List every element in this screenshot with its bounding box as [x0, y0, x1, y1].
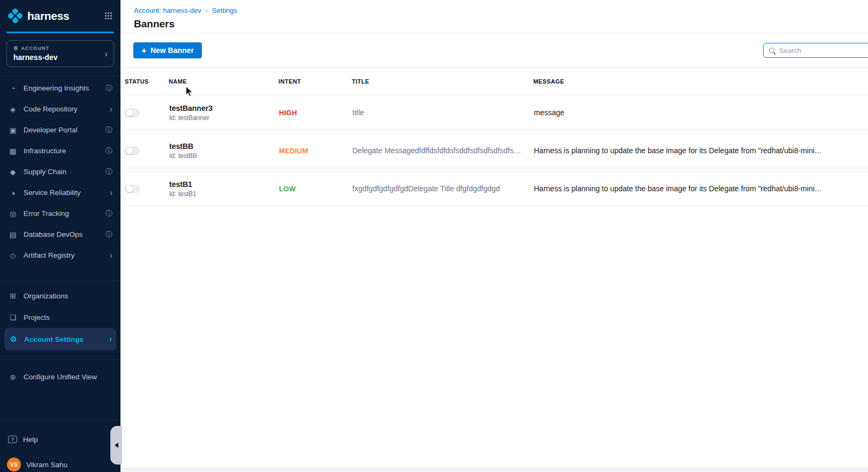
chevron-right-icon: › [110, 251, 112, 260]
banner-name: testBB [169, 142, 279, 151]
breadcrumb: Account: harness-dev › Settings [134, 6, 855, 14]
main-content: Account: harness-dev › Settings Banners … [120, 0, 868, 472]
sidebar-item-label: Organizations [24, 292, 68, 300]
banner-name: testBanner3 [169, 104, 279, 113]
table-row[interactable]: testBB Id: testBB MEDIUM Delegate Messag… [125, 133, 868, 168]
app-launcher-icon[interactable] [105, 12, 112, 20]
sidebar-item-supply-chain[interactable]: ◆ Supply Chain ⓘ › [0, 161, 120, 182]
organizations-icon: ⊞ [8, 291, 18, 300]
sidebar-item-label: Infrastructure [24, 147, 66, 155]
name-cell: testB1 Id: testB1 [169, 180, 279, 198]
sidebar-item-service-reliability[interactable]: ◑ Service Reliability ⓘ › [0, 182, 120, 203]
banner-title: fxgdfgdfgdfgdfgdDelegate Title dfgfdgdfg… [352, 184, 534, 193]
sidebar-item-database-devops[interactable]: ▤ Database DevOps ⓘ › [0, 224, 120, 245]
page-title: Banners [134, 18, 855, 30]
banner-id: Id: testBB [169, 152, 279, 160]
supply-chain-icon: ◆ [8, 168, 18, 176]
help-label: Help [23, 436, 38, 444]
sidebar-item-configure-unified-view[interactable]: ⊛ Configure Unified View ⓘ › [0, 366, 120, 387]
column-header: NAME [169, 78, 278, 85]
chevron-right-icon: › [104, 49, 108, 58]
account-label: ACCOUNT [21, 46, 49, 51]
account-selector[interactable]: ≣ ACCOUNT harness-dev › [6, 40, 114, 67]
user-name: Vikram Sahu [26, 461, 67, 469]
sidebar-item-error-tracking[interactable]: ◎ Error Tracking ⓘ › [0, 203, 120, 224]
sidebar-item-organizations[interactable]: ⊞ Organizations ⓘ › [0, 285, 120, 306]
intent-badge: MEDIUM [279, 147, 352, 155]
search-box [763, 43, 868, 58]
info-icon[interactable]: ⓘ [105, 146, 112, 156]
info-icon[interactable]: ⓘ [105, 84, 112, 93]
search-input[interactable] [779, 47, 868, 55]
secondary-nav: ⊞ Organizations ⓘ › ❏ Projects ⓘ › ⚙ Acc… [0, 281, 120, 350]
table-row[interactable]: testBanner3 Id: testBanner HIGH title me… [125, 95, 868, 130]
sidebar-item-label: Configure Unified View [24, 373, 97, 381]
breadcrumb-chevron-icon: › [206, 6, 208, 14]
banner-message: message [534, 108, 868, 117]
user-menu[interactable]: VS Vikram Sahu [0, 458, 120, 471]
service-reliability-icon: ◑ [8, 189, 18, 197]
code-repository-icon: ◈ [8, 105, 18, 114]
layers-icon: ≣ [13, 45, 18, 51]
info-icon[interactable]: ⓘ [105, 167, 112, 177]
banner-status-toggle[interactable] [125, 147, 139, 155]
sidebar-item-label: Supply Chain [24, 168, 66, 176]
sidebar: harness ≣ ACCOUNT harness-dev › ◔ Engine… [0, 0, 120, 472]
sidebar-item-label: Code Repository [24, 105, 78, 113]
sidebar-collapse-handle[interactable] [110, 426, 122, 464]
page-header: Account: harness-dev › Settings Banners [120, 0, 868, 33]
sidebar-item-infrastructure[interactable]: ▦ Infrastructure ⓘ › [0, 140, 120, 161]
banner-title: title [352, 108, 534, 117]
table-row[interactable]: testB1 Id: testB1 LOW fxgdfgdfgdfgdfgdDe… [125, 171, 868, 206]
banner-message: Harness is planning to update the base i… [534, 184, 868, 193]
sidebar-item-engineering-insights[interactable]: ◔ Engineering Insights ⓘ › [0, 78, 120, 99]
sidebar-item-account-settings[interactable]: ⚙ Account Settings ⓘ › [4, 328, 116, 350]
sidebar-item-label: Developer Portal [24, 126, 78, 134]
account-name: harness-dev [13, 53, 107, 62]
banner-name: testB1 [169, 180, 279, 189]
sidebar-item-projects[interactable]: ❏ Projects ⓘ › [0, 306, 120, 328]
sidebar-item-code-repository[interactable]: ◈ Code Repository ⓘ › [0, 99, 120, 119]
chevron-right-icon: › [109, 335, 112, 343]
banner-title: Delegate Messagedfdffdsfdfdsfsddfsdfsdfs… [352, 146, 534, 155]
sidebar-item-help[interactable]: ? Help [0, 429, 120, 450]
intent-badge: HIGH [279, 109, 352, 117]
sidebar-item-label: Engineering Insights [24, 84, 89, 92]
configure-unified-view-icon: ⊛ [8, 373, 18, 381]
banner-status-toggle[interactable] [125, 109, 139, 117]
name-cell: testBanner3 Id: testBanner [169, 104, 279, 122]
banner-status-toggle[interactable] [125, 185, 139, 193]
sidebar-item-developer-portal[interactable]: ▣ Developer Portal ⓘ › [0, 119, 120, 140]
search-icon [769, 48, 774, 53]
breadcrumb-account-link[interactable]: Account: harness-dev [134, 6, 201, 14]
toolbar: + New Banner [120, 33, 868, 68]
collapse-left-icon [115, 443, 118, 448]
status-cell [125, 147, 169, 155]
column-header: MESSAGE [533, 78, 868, 85]
table-header-row: STATUS NAME INTENT TITLE MESSAGE [125, 68, 868, 95]
harness-logo-icon [8, 9, 22, 23]
info-icon[interactable]: ⓘ [105, 230, 112, 239]
info-icon[interactable]: ⓘ [105, 125, 112, 135]
primary-nav: ◔ Engineering Insights ⓘ › ◈ Code Reposi… [0, 76, 120, 266]
plus-icon: + [141, 46, 147, 55]
account-settings-icon: ⚙ [9, 335, 18, 343]
sidebar-item-label: Database DevOps [24, 230, 82, 238]
banners-table: STATUS NAME INTENT TITLE MESSAGE testBan… [120, 68, 868, 206]
sidebar-item-label: Error Tracking [24, 209, 69, 218]
info-icon[interactable]: ⓘ [105, 209, 112, 219]
sidebar-item-artifact-registry[interactable]: ◇ Artifact Registry ⓘ › [0, 245, 120, 266]
status-cell [125, 109, 169, 117]
new-banner-button[interactable]: + New Banner [133, 42, 202, 58]
header-accent-divider [6, 32, 114, 33]
column-header: INTENT [278, 78, 352, 85]
tertiary-nav: ⊛ Configure Unified View ⓘ › [0, 359, 120, 387]
name-cell: testBB Id: testBB [169, 142, 279, 160]
artifact-registry-icon: ◇ [8, 251, 18, 260]
help-icon: ? [8, 436, 17, 443]
status-cell [125, 185, 169, 193]
sidebar-item-label: Account Settings [24, 335, 84, 343]
breadcrumb-settings-link[interactable]: Settings [212, 6, 237, 14]
banner-message: Harness is planning to update the base i… [534, 146, 868, 155]
column-header: TITLE [352, 78, 533, 85]
